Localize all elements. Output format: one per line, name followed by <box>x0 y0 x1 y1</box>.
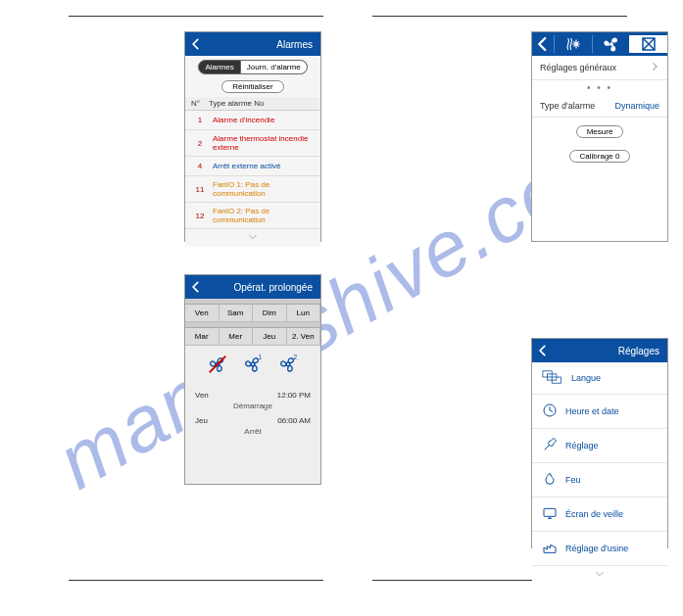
chevron-right-icon <box>650 62 659 73</box>
settings-item-label: Réglage <box>565 441 599 450</box>
day-tab[interactable]: Ven <box>185 305 220 322</box>
start-label: Démarrage <box>195 402 311 414</box>
day-tab[interactable]: Dim <box>253 305 287 322</box>
alarm-no: 11 <box>191 185 209 194</box>
alarm-type-row[interactable]: Type d'alarme Dynamique <box>532 95 667 118</box>
seg-alarms[interactable]: Alarmes <box>198 60 240 74</box>
fan-low-icon[interactable]: 1 <box>242 354 264 377</box>
day-tab[interactable]: Lun <box>287 305 321 322</box>
alarm-text: Alarme thermostat incendie externe <box>209 134 315 152</box>
start-day: Ven <box>195 391 209 400</box>
alarm-no: 12 <box>191 212 209 220</box>
lang-icon <box>542 370 563 386</box>
day-tab[interactable]: Mar <box>185 328 220 346</box>
settings-item-label: Langue <box>571 373 601 383</box>
phone-alarms: Alarmes Alarmes Journ. d'alarme Réinitia… <box>184 31 321 242</box>
general-settings-label: Réglages généraux <box>540 63 616 72</box>
screen-title: Opérat. prolongée <box>207 282 320 293</box>
wrench-icon <box>542 437 558 454</box>
settings-item-fire[interactable]: Feu <box>532 463 667 498</box>
screen-icon <box>542 505 558 523</box>
stop-row[interactable]: Jeu 06:00 AM <box>195 414 311 427</box>
expand-down[interactable] <box>185 229 320 247</box>
settings-item-label: Écran de veille <box>565 509 623 519</box>
factory-icon <box>542 540 558 557</box>
fan-high-icon[interactable]: 2 <box>277 354 299 377</box>
stop-time: 06:00 AM <box>277 416 311 425</box>
phone-general-settings: Réglages généraux • • • Type d'alarme Dy… <box>531 31 668 242</box>
svg-point-6 <box>610 42 613 46</box>
settings-item-factory[interactable]: Réglage d'usine <box>532 532 667 566</box>
screen-title: Réglages <box>554 346 667 356</box>
back-button[interactable] <box>185 32 207 56</box>
seg-journal[interactable]: Journ. d'alarme <box>241 60 308 74</box>
settings-item-lang[interactable]: Langue <box>532 362 667 395</box>
fan-off-icon[interactable] <box>207 354 228 377</box>
alarm-text: Arrêt externe activé <box>209 162 315 170</box>
start-row[interactable]: Ven 12:00 PM <box>195 389 311 402</box>
alarm-text: FanIO 1: Pas de communication <box>209 180 315 198</box>
stop-day: Jeu <box>195 416 208 425</box>
day-tab[interactable]: Mer <box>220 328 254 346</box>
general-settings-row[interactable]: Réglages généraux <box>532 56 667 80</box>
alarm-row[interactable]: 4Arrêt externe activé <box>185 157 320 176</box>
alarm-text: FanIO 2: Pas de communication <box>209 207 315 224</box>
settings-item-label: Heure et date <box>565 406 619 416</box>
settings-item-wrench[interactable]: Réglage <box>532 429 667 463</box>
day-tabs-2: MarMerJeu2. Ven <box>185 328 320 346</box>
pager-dots: • • • <box>532 80 667 95</box>
clock-icon <box>542 403 558 420</box>
day-tab[interactable]: 2. Ven <box>287 328 321 346</box>
alarm-type-label: Type d'alarme <box>540 101 595 111</box>
defrost-tab-icon[interactable] <box>554 35 592 53</box>
alarm-no: 4 <box>191 162 209 170</box>
start-time: 12:00 PM <box>277 391 311 400</box>
back-button[interactable] <box>532 339 554 362</box>
alarm-row[interactable]: 11FanIO 1: Pas de communication <box>185 176 320 203</box>
svg-rect-12 <box>544 508 556 516</box>
col-no: N° <box>191 99 209 108</box>
alarm-row[interactable]: 1Alarme d'incendie <box>185 111 320 130</box>
fan-tab-icon[interactable] <box>592 35 630 53</box>
svg-text:2: 2 <box>294 354 298 360</box>
alarm-text: Alarme d'incendie <box>209 116 315 124</box>
exchange-tab-icon[interactable] <box>629 35 667 53</box>
fan-mode-row: 1 2 <box>185 346 320 385</box>
back-button[interactable] <box>532 35 554 53</box>
alarm-row[interactable]: 2Alarme thermostat incendie externe <box>185 130 320 157</box>
calibrate-button[interactable]: Calibrage 0 <box>569 150 631 163</box>
alarm-row[interactable]: 12FanIO 2: Pas de communication <box>185 203 320 229</box>
day-tab[interactable]: Jeu <box>253 328 287 346</box>
back-button[interactable] <box>185 275 207 299</box>
settings-item-label: Feu <box>565 475 581 485</box>
phone-schedule: Opérat. prolongée VenSamDimLun MarMerJeu… <box>184 274 321 485</box>
phone-settings-list: Réglages LangueHeure et dateRéglageFeuÉc… <box>531 338 668 548</box>
expand-down[interactable] <box>532 566 667 584</box>
settings-item-clock[interactable]: Heure et date <box>532 395 667 429</box>
svg-text:1: 1 <box>259 354 263 360</box>
segmented-control: Alarmes Journ. d'alarme <box>185 56 320 78</box>
settings-item-label: Réglage d'usine <box>565 544 628 553</box>
day-tab[interactable]: Sam <box>220 305 254 322</box>
settings-item-screen[interactable]: Écran de veille <box>532 498 667 532</box>
alarm-type-value: Dynamique <box>614 101 659 111</box>
day-tabs-1: VenSamDimLun <box>185 305 320 322</box>
measured-button[interactable]: Mesuré <box>576 125 624 138</box>
table-header: N° Type alarme No <box>185 97 320 111</box>
screen-title: Alarmes <box>207 39 320 50</box>
header-bar: Alarmes <box>185 32 320 56</box>
col-type: Type alarme No <box>209 99 264 108</box>
stop-label: Arrêt <box>195 427 311 440</box>
fire-icon <box>542 471 558 489</box>
alarm-no: 2 <box>191 139 209 148</box>
reset-button[interactable]: Réinitialiser <box>221 80 283 93</box>
alarm-no: 1 <box>191 116 209 124</box>
header-iconbar <box>532 32 667 56</box>
